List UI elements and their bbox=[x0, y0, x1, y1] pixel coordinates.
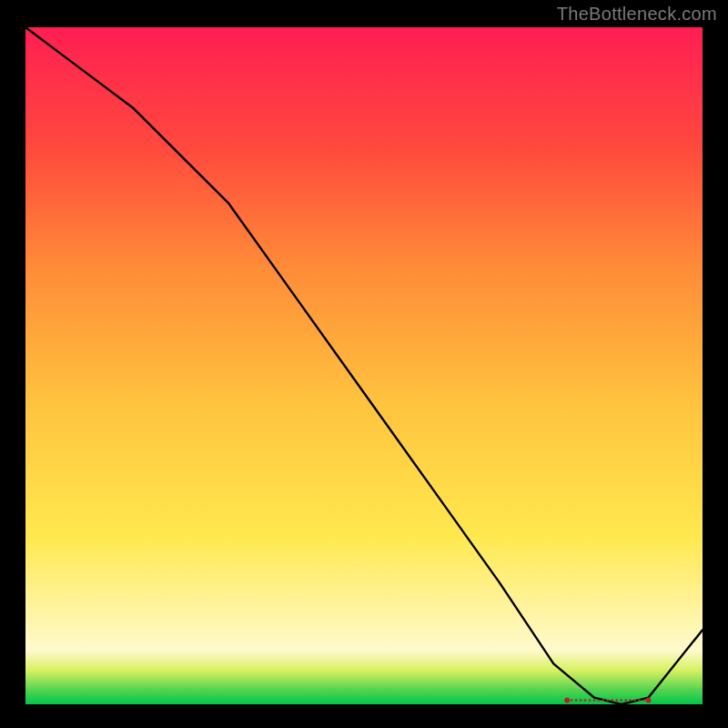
svg-point-14 bbox=[624, 699, 627, 702]
chart-area bbox=[25, 27, 703, 704]
svg-point-13 bbox=[620, 699, 622, 702]
svg-point-12 bbox=[616, 699, 619, 702]
svg-point-9 bbox=[602, 699, 605, 702]
svg-point-20 bbox=[646, 698, 652, 703]
svg-point-1 bbox=[566, 699, 569, 702]
svg-point-15 bbox=[629, 699, 632, 702]
svg-point-2 bbox=[571, 699, 573, 702]
svg-point-16 bbox=[633, 699, 636, 702]
svg-point-17 bbox=[638, 699, 641, 702]
svg-point-4 bbox=[580, 699, 582, 702]
svg-point-18 bbox=[642, 699, 645, 702]
svg-point-6 bbox=[589, 699, 592, 702]
svg-point-8 bbox=[598, 699, 601, 702]
chart-svg bbox=[25, 27, 703, 704]
watermark-text: TheBottleneck.com bbox=[557, 4, 717, 25]
svg-point-7 bbox=[593, 699, 596, 702]
svg-point-5 bbox=[584, 699, 587, 702]
svg-point-11 bbox=[612, 699, 614, 702]
chart-line bbox=[25, 27, 703, 704]
svg-point-3 bbox=[575, 699, 578, 702]
svg-point-10 bbox=[607, 699, 610, 702]
